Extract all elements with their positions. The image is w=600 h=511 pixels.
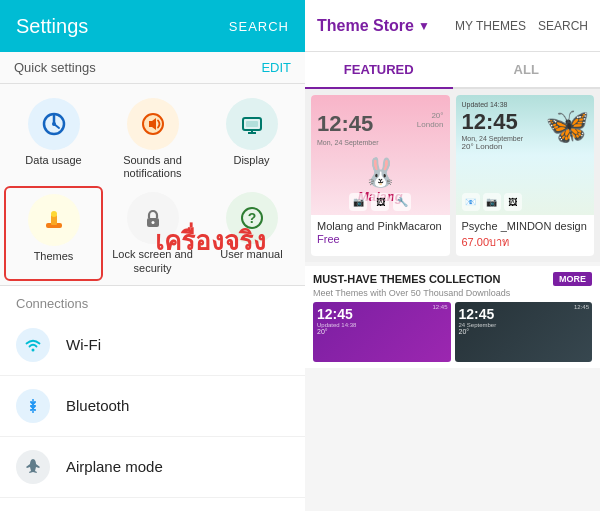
svg-text:?: ? [247,210,256,226]
display-icon [239,111,265,137]
dark-status-bar: 12:45 [574,304,589,310]
data-usage-icon-circle [28,98,80,150]
svg-point-1 [52,122,56,126]
wifi-icon [16,328,50,362]
lock-screen-label: Lock screen and security [107,248,198,274]
tabs-bar: FEATURED ALL [305,52,600,89]
must-preview-dark[interactable]: 12:45 12:45 24 September 20° [455,302,593,362]
theme-store-label: Theme Store [317,17,414,35]
psyche-status: Updated 14:38 [462,101,523,108]
psyche-name: Psyche _MINDON design [462,220,589,232]
must-have-header: MUST-HAVE THEMES COLLECTION MORE [313,272,592,286]
right-header-links: MY THEMES SEARCH [455,19,588,33]
data-usage-icon [41,111,67,137]
more-button[interactable]: MORE [553,272,592,286]
dark-time: 12:45 [459,306,495,322]
bunny-character: 🐰 [363,156,398,189]
connection-list: Wi-Fi Bluetooth Airplane mode [0,315,305,511]
quick-icon-data-usage[interactable]: Data usage [4,92,103,186]
psyche-preview: Updated 14:38 12:45 Mon, 24 September 20… [456,95,595,215]
display-icon-circle [226,98,278,150]
purple-status-bar: 12:45 [432,304,447,310]
psyche-weather: 20° London [462,142,523,151]
data-usage-label: Data usage [25,154,81,167]
app-icon-1: 📷 [349,193,367,211]
themes-search-button[interactable]: SEARCH [538,19,588,33]
quick-settings-bar: Quick settings EDIT [0,52,305,84]
theme-card-molang[interactable]: 12:45 Mon, 24 September 20°London 🐰 Mala… [311,95,450,256]
themes-label: Themes [34,250,74,263]
molang-info: Molang and PinkMacaron Free [311,215,450,250]
butterfly-character: 🦋 [545,105,590,147]
quick-icon-themes[interactable]: Themes [4,186,103,280]
quick-icon-user-manual[interactable]: ? User manual [202,186,301,280]
airplane-icon [16,450,50,484]
bluetooth-label: Bluetooth [66,397,129,414]
app-icon-3: 🔧 [393,193,411,211]
quick-icon-lock-screen[interactable]: Lock screen and security [103,186,202,280]
psyche-time: 12:45 [462,109,523,135]
purple-weather: 20° [317,328,328,335]
molang-price: Free [317,233,444,245]
theme-store-title: Theme Store ▼ [317,17,430,35]
right-panel: Theme Store ▼ MY THEMES SEARCH FEATURED … [305,0,600,511]
app-icon-5: 📷 [483,193,501,211]
lock-screen-icon-circle [127,192,179,244]
molang-time: 12:45 [317,111,378,137]
molang-name: Molang and PinkMacaron [317,220,444,232]
themes-grid: 12:45 Mon, 24 September 20°London 🐰 Mala… [305,89,600,262]
app-icon-2: 🖼 [371,193,389,211]
must-have-section: MUST-HAVE THEMES COLLECTION MORE Meet Th… [305,266,600,368]
quick-settings-edit-button[interactable]: EDIT [261,60,291,75]
themes-icon [41,207,67,233]
sounds-icon [140,111,166,137]
svg-point-13 [151,221,154,224]
tab-all[interactable]: ALL [453,52,601,87]
right-header: Theme Store ▼ MY THEMES SEARCH [305,0,600,52]
quick-icon-sounds[interactable]: Sounds and notifications [103,92,202,186]
user-manual-icon: ? [239,205,265,231]
must-have-title: MUST-HAVE THEMES COLLECTION [313,273,500,285]
airplane-label: Airplane mode [66,458,163,475]
quick-settings-label: Quick settings [14,60,96,75]
wifi-label: Wi-Fi [66,336,101,353]
svg-rect-8 [246,121,258,127]
quick-icon-display[interactable]: Display [202,92,301,186]
psyche-date: Mon, 24 September [462,135,523,142]
purple-time: 12:45 [317,306,353,322]
bluetooth-icon [16,389,50,423]
molang-weather: 20°London [417,111,444,129]
dark-weather: 20° [459,328,470,335]
app-icon-4: 📧 [462,193,480,211]
molang-preview: 12:45 Mon, 24 September 20°London 🐰 Mala… [311,95,450,215]
settings-search-button[interactable]: SEARCH [229,19,289,34]
tab-featured[interactable]: FEATURED [305,52,453,89]
my-themes-link[interactable]: MY THEMES [455,19,526,33]
settings-header: Settings SEARCH [0,0,305,52]
themes-icon-circle [28,194,80,246]
molang-date: Mon, 24 September [317,139,378,146]
sounds-label: Sounds and notifications [107,154,198,180]
lock-icon [140,205,166,231]
must-have-grid: 12:45 12:45 Updated 14:38 20° 12:45 12:4… [313,302,592,362]
user-manual-label: User manual [220,248,282,261]
theme-store-dropdown-icon[interactable]: ▼ [418,19,430,33]
psyche-app-icons: 📧 📷 🖼 [462,193,522,211]
must-preview-purple[interactable]: 12:45 12:45 Updated 14:38 20° [313,302,451,362]
connections-label: Connections [16,296,88,311]
user-manual-icon-circle: ? [226,192,278,244]
display-label: Display [233,154,269,167]
svg-point-11 [51,211,57,217]
must-have-desc: Meet Themes with Over 50 Thousand Downlo… [313,288,592,298]
molang-app-icons: 📷 🖼 🔧 [349,193,411,211]
connections-header: Connections [0,286,305,315]
connection-item-wifi[interactable]: Wi-Fi [0,315,305,376]
connection-item-airplane[interactable]: Airplane mode [0,437,305,498]
theme-card-psyche[interactable]: Updated 14:38 12:45 Mon, 24 September 20… [456,95,595,256]
svg-point-16 [32,348,35,351]
app-icon-6: 🖼 [504,193,522,211]
connection-item-bluetooth[interactable]: Bluetooth [0,376,305,437]
quick-icons-grid: Data usage Sounds and notifications [0,84,305,286]
left-panel: Settings SEARCH Quick settings EDIT Data… [0,0,305,511]
connection-item-hotspot[interactable]: Mobile hotspot and tethering [0,498,305,511]
